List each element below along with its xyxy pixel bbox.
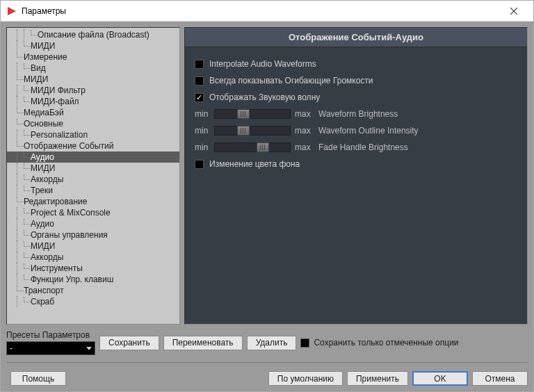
slider-max-label: max [295, 109, 310, 119]
chevron-down-icon [86, 347, 92, 350]
option-row: Всегда показывать Огибающие Громкости [195, 72, 517, 89]
tree-item[interactable]: Транспорт [7, 285, 179, 296]
tree-item[interactable]: Аудио [7, 218, 179, 229]
tree-item[interactable]: МИДИ [7, 74, 179, 85]
tree-item[interactable]: МИДИ Фильтр [7, 85, 179, 96]
tree-item[interactable]: МИДИ [7, 163, 179, 174]
slider-thumb[interactable] [257, 142, 269, 152]
slider-min-label: min [195, 142, 210, 152]
tree-item-label: Основные [24, 119, 63, 129]
detail-panel: Отображение Событий-Аудио Interpolate Au… [184, 27, 528, 325]
tree-item[interactable]: Инструменты [7, 263, 179, 274]
tree-item-label: Аккорды [31, 174, 63, 184]
help-button[interactable]: Помощь [10, 371, 66, 386]
tree-item[interactable]: Аудио [7, 152, 179, 163]
slider-max-label: max [295, 142, 310, 152]
tree-item[interactable]: МИДИ [7, 240, 179, 252]
apply-button[interactable]: Применить [347, 371, 408, 386]
tree-item[interactable]: МИДИ-файл [7, 96, 179, 107]
tree-item[interactable]: Project & MixConsole [7, 207, 179, 218]
tree-item[interactable]: Аккорды [7, 252, 179, 263]
divider [6, 362, 528, 363]
tree-item-label: Вид [31, 63, 46, 73]
option-row: Изменение цвета фона [195, 156, 517, 172]
tree-item-label: МедиаБэй [24, 108, 64, 117]
bg-color-label: Изменение цвета фона [209, 159, 300, 169]
tree-item-label: Аудио [31, 152, 54, 162]
tree-item-label: Измерение [24, 52, 67, 62]
window-title: Параметры [22, 6, 500, 16]
titlebar: Параметры [1, 1, 533, 22]
tree-item-label: МИДИ [31, 241, 55, 251]
tree-item-label: Personalization [31, 130, 88, 140]
slider[interactable] [214, 109, 291, 119]
tree-item[interactable]: Треки [7, 185, 179, 196]
save-marked-label: Сохранить только отмеченные опции [314, 338, 458, 348]
slider-row: minmaxWaveform Outline Intensity [195, 122, 517, 139]
option-label: Всегда показывать Огибающие Громкости [209, 76, 373, 85]
tree-item-label: МИДИ [24, 74, 48, 84]
tree-item[interactable]: Вид [7, 63, 179, 74]
footer-row: Помощь По умолчанию Применить OK Отмена [6, 368, 528, 386]
option-checkbox[interactable] [195, 76, 204, 85]
tree-item[interactable]: Отображение Событий [7, 140, 179, 152]
svg-marker-0 [8, 7, 16, 15]
slider-thumb[interactable] [237, 109, 250, 119]
ok-button[interactable]: OK [412, 371, 468, 386]
preset-rename-button[interactable]: Переименовать [163, 336, 243, 350]
option-row: Отображать Звуковую волну [195, 89, 517, 106]
category-tree[interactable]: Описание файла (Broadcast)МИДИИзмерениеВ… [6, 27, 180, 325]
tree-item-label: МИДИ Фильтр [31, 85, 86, 95]
tree-item-label: Функции Упр. клавиш [31, 275, 113, 284]
preset-save-button[interactable]: Сохранить [99, 336, 159, 350]
content-area: Описание файла (Broadcast)МИДИИзмерениеВ… [1, 22, 533, 391]
tree-item[interactable]: Personalization [7, 129, 179, 140]
preset-delete-button[interactable]: Удалить [247, 336, 297, 350]
preset-select[interactable]: - [6, 341, 95, 355]
defaults-button[interactable]: По умолчанию [268, 371, 343, 386]
tree-item[interactable]: Измерение [7, 51, 179, 63]
slider-label: Waveform Outline Intensity [318, 126, 419, 136]
tree-item[interactable]: МИДИ [7, 40, 179, 51]
slider-thumb[interactable] [237, 126, 250, 136]
slider[interactable] [214, 126, 291, 136]
presets-label: Пресеты Параметров [6, 330, 95, 340]
tree-item[interactable]: Описание файла (Broadcast) [7, 29, 179, 40]
preset-value: - [10, 343, 13, 353]
tree-item[interactable]: Основные [7, 118, 179, 129]
option-checkbox[interactable] [195, 93, 204, 102]
tree-item[interactable]: Редактирование [7, 196, 179, 207]
tree-item-label: Аккорды [31, 252, 63, 262]
option-checkbox[interactable] [195, 60, 204, 69]
tree-item-label: Отображение Событий [24, 141, 113, 151]
tree-item-label: Треки [31, 186, 53, 195]
tree-item-label: Транспорт [24, 286, 64, 295]
tree-item-label: Скраб [31, 297, 54, 307]
option-label: Отображать Звуковую волну [209, 92, 320, 102]
tree-item[interactable]: Функции Упр. клавиш [7, 274, 179, 285]
cancel-button[interactable]: Отмена [472, 371, 528, 386]
option-row: Interpolate Audio Waveforms [195, 56, 517, 72]
tree-item[interactable]: Органы управления [7, 229, 179, 240]
presets-row: Пресеты Параметров - Сохранить Переимено… [6, 329, 528, 357]
app-icon [6, 6, 17, 17]
preferences-window: Параметры Описание файла (Broadcast)МИДИ… [0, 0, 534, 392]
option-label: Interpolate Audio Waveforms [209, 59, 316, 69]
tree-item-label: Аудио [31, 219, 54, 229]
tree-item-label: Редактирование [24, 197, 87, 206]
tree-item-label: Инструменты [31, 263, 83, 273]
tree-item[interactable]: Скраб [7, 296, 179, 307]
tree-item-label: МИДИ-файл [31, 97, 79, 106]
slider[interactable] [214, 142, 291, 152]
detail-title: Отображение Событий-Аудио [185, 28, 527, 47]
tree-item[interactable]: Аккорды [7, 174, 179, 185]
slider-label: Waveform Brightness [318, 109, 398, 119]
tree-item-label: МИДИ [31, 163, 55, 173]
save-marked-checkbox[interactable] [300, 338, 309, 348]
close-button[interactable] [500, 1, 528, 21]
slider-row: minmaxWaveform Brightness [195, 106, 517, 122]
slider-min-label: min [195, 126, 210, 136]
tree-item[interactable]: МедиаБэй [7, 107, 179, 118]
bg-color-checkbox[interactable] [195, 160, 204, 169]
slider-min-label: min [195, 109, 210, 119]
